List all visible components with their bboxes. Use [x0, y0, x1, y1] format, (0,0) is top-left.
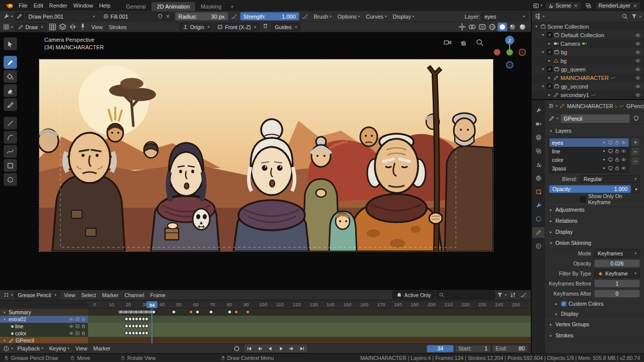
layer-plus-button[interactable] — [631, 138, 640, 146]
viewport-canvas[interactable]: Camera Perspective (34) MAINCHARACTER Z — [0, 32, 531, 290]
stroke-placement-selector[interactable]: Origin▾ — [179, 23, 213, 31]
outliner-search-icon[interactable] — [620, 12, 629, 21]
filter-funnel-button[interactable]: ▾ — [496, 291, 507, 299]
tool-erase-button[interactable] — [4, 84, 17, 97]
keyframe[interactable] — [144, 317, 149, 322]
hand-button[interactable] — [459, 38, 468, 47]
gp-layer-color[interactable]: color — [549, 155, 629, 164]
brush-preview-icon[interactable] — [15, 12, 24, 21]
channel-color[interactable]: color — [0, 330, 88, 337]
browse-data-button[interactable]: ▾ — [548, 114, 559, 123]
panel-vertex-groups[interactable]: ▸Vertex Groups — [545, 319, 644, 330]
visibility-eye-toggle[interactable] — [635, 41, 643, 47]
keyframe[interactable] — [172, 310, 177, 315]
properties-tab-output[interactable] — [532, 132, 544, 143]
keyframes-before-field[interactable]: 1 — [594, 280, 640, 288]
opacity-animate-button[interactable] — [632, 185, 640, 194]
subpanel-custom-colors[interactable]: ▸✓Custom Colors — [545, 299, 644, 309]
panel-display[interactable]: ▸Display — [545, 226, 644, 237]
outliner-item-gp-queen[interactable]: ▾✓gp_queen — [532, 65, 644, 73]
tool-settings-editor-icon[interactable]: ▾ — [3, 12, 14, 21]
strength-pressure-toggle[interactable] — [300, 12, 310, 21]
dopesheet-menu-frame[interactable]: Frame — [147, 292, 169, 298]
keyframe-orange[interactable] — [233, 310, 238, 315]
tool-settings-menu-curves[interactable]: Curves▾ — [363, 14, 389, 20]
frame-start-field[interactable]: Start:1 — [455, 345, 491, 352]
properties-tab-view-layer[interactable] — [532, 146, 544, 156]
outliner-editor-icon[interactable]: ▾ — [534, 12, 545, 21]
keyframe-area[interactable] — [88, 309, 531, 343]
gp-layer-line[interactable]: line — [549, 147, 629, 155]
outliner-filter-icon[interactable]: ▾ — [630, 12, 641, 21]
outliner-item-bg[interactable]: ▾✓bg — [532, 48, 644, 56]
xray-button[interactable] — [477, 23, 487, 31]
frame-end-field[interactable]: End:80 — [492, 345, 528, 352]
dopesheet-menu-view[interactable]: View — [61, 292, 78, 298]
breadcrumb-object[interactable]: MAINCHARACTER — [567, 103, 613, 109]
channel-extra02[interactable]: ▾extra02 — [0, 316, 88, 323]
tool-cutter-button[interactable] — [4, 98, 17, 111]
menu-edit[interactable]: Edit — [31, 3, 46, 9]
dopesheet-menu-channel[interactable]: Channel — [121, 292, 147, 298]
visibility-eye-toggle[interactable] — [635, 83, 643, 89]
panel-layers[interactable]: ▾Layers — [545, 125, 644, 136]
properties-tab-world[interactable] — [532, 173, 544, 184]
subpanel-display[interactable]: ▸Display — [545, 309, 644, 319]
screen-layout-icon[interactable]: ▾ — [532, 2, 543, 10]
dopesheet-search[interactable] — [436, 291, 495, 299]
keyframe[interactable] — [144, 331, 149, 336]
channel-gpencil[interactable]: ▾GPencil — [0, 337, 88, 343]
menu-render[interactable]: Render — [46, 3, 70, 9]
menu-file[interactable]: File — [16, 3, 31, 9]
radius-pressure-toggle[interactable] — [229, 12, 239, 21]
layer-minus-button[interactable] — [631, 147, 640, 156]
fake-user-icon[interactable] — [157, 14, 163, 19]
channel-track-color[interactable] — [88, 330, 531, 337]
overlays-button[interactable] — [467, 23, 477, 31]
unlink-icon[interactable] — [165, 14, 171, 19]
guides-selector[interactable]: Guides▾ — [271, 23, 300, 31]
playback-menu-playback[interactable]: Playback▾ — [15, 345, 46, 351]
mode-selector[interactable]: Draw▾ — [15, 23, 47, 31]
shading-material-button[interactable] — [508, 23, 517, 31]
search-input[interactable] — [446, 292, 487, 298]
viewport-editor-icon[interactable]: ▾ — [3, 23, 14, 31]
panel-adjustments[interactable]: ▸Adjustments — [545, 204, 644, 215]
next-keyframe-button[interactable] — [286, 344, 297, 352]
channel-track-gpencil[interactable] — [88, 337, 531, 343]
show-only-keyframe-checkbox[interactable] — [580, 197, 586, 202]
properties-tab-modifiers[interactable] — [532, 200, 544, 211]
channel-track-summary[interactable] — [88, 309, 531, 316]
channel-line[interactable]: line — [0, 323, 88, 330]
brush-selector[interactable]: Draw Pen.001▾ — [25, 12, 99, 21]
layer-opacity-slider[interactable]: Opacity:1.000 — [549, 185, 631, 193]
collection-checkbox[interactable]: ✓ — [547, 83, 552, 89]
keyframe[interactable] — [144, 324, 149, 329]
dopesheet-mode-selector[interactable]: Grease Pencil▾ — [15, 291, 60, 299]
shading-solid-button[interactable] — [498, 23, 507, 31]
properties-tab-object-data[interactable] — [532, 227, 544, 238]
mirror-toggle-button[interactable] — [68, 23, 77, 31]
normalize-button[interactable] — [519, 291, 528, 299]
grid-toggle-button[interactable] — [48, 23, 57, 31]
render-layer-selector[interactable]: RenderLayer — [595, 2, 641, 10]
tool-settings-menu-display[interactable]: Display▾ — [390, 14, 418, 20]
properties-tab-material[interactable] — [532, 241, 544, 251]
close-icon[interactable] — [573, 3, 579, 9]
camera-frame[interactable] — [39, 59, 493, 251]
outliner-item-maincharacter[interactable]: ▸MAINCHARACTER — [532, 73, 644, 82]
active-layer-selector[interactable]: eyes▾ — [481, 12, 528, 21]
collection-checkbox[interactable]: ✓ — [547, 66, 552, 72]
visibility-eye-toggle[interactable] — [635, 49, 643, 55]
current-frame-field[interactable]: 34 — [427, 345, 454, 352]
blend-mode-dropdown[interactable]: Regular▾ — [580, 175, 640, 183]
breadcrumb-data[interactable]: GPencil — [626, 103, 644, 109]
tool-arc-button[interactable] — [4, 131, 17, 144]
timeline-ruler[interactable]: 0102030405060708090100110120130140150160… — [88, 301, 531, 309]
channel-track-extra02[interactable] — [88, 316, 531, 323]
collection-checkbox[interactable]: ✓ — [547, 32, 552, 38]
workspace-tab-2d-animation[interactable]: 2D Animation — [151, 2, 195, 11]
menu-help[interactable]: Help — [96, 3, 114, 9]
jump-last-button[interactable] — [297, 344, 307, 352]
visibility-eye-toggle[interactable] — [635, 58, 643, 64]
